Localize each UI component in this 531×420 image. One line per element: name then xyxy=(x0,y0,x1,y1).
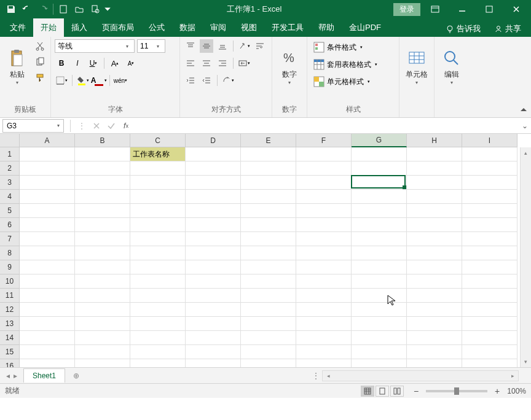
cell[interactable] xyxy=(241,232,296,246)
row-header[interactable]: 1 xyxy=(0,147,20,161)
column-header[interactable]: A xyxy=(20,134,75,147)
cell[interactable] xyxy=(20,345,75,359)
row-header[interactable]: 14 xyxy=(0,331,20,345)
new-icon[interactable] xyxy=(56,2,71,17)
undo-icon[interactable] xyxy=(20,2,34,17)
cell[interactable] xyxy=(296,274,352,289)
save-icon[interactable] xyxy=(4,2,18,17)
cell[interactable] xyxy=(20,331,75,345)
cell[interactable] xyxy=(75,317,130,331)
cell[interactable] xyxy=(407,176,462,190)
wrap-text-icon[interactable] xyxy=(253,39,267,53)
cell[interactable] xyxy=(296,289,352,303)
cell[interactable] xyxy=(296,303,352,317)
cell[interactable] xyxy=(296,246,352,260)
cell[interactable] xyxy=(462,303,517,317)
cell[interactable] xyxy=(407,190,462,204)
cell[interactable] xyxy=(130,218,186,232)
italic-button[interactable]: I xyxy=(71,56,84,70)
align-right-icon[interactable] xyxy=(216,56,229,70)
collapse-ribbon-icon[interactable] xyxy=(519,105,529,115)
maximize-icon[interactable] xyxy=(477,1,502,18)
cell[interactable] xyxy=(186,274,241,289)
zoom-slider[interactable] xyxy=(426,390,487,392)
tab-home[interactable]: 开始 xyxy=(33,18,64,37)
align-top-icon[interactable] xyxy=(184,39,197,53)
row-header[interactable]: 9 xyxy=(0,260,20,274)
number-format-button[interactable]: % 数字 ▾ xyxy=(276,39,303,95)
tab-insert[interactable]: 插入 xyxy=(64,18,95,37)
scroll-up-icon[interactable]: ▴ xyxy=(521,147,531,158)
row-header[interactable]: 3 xyxy=(0,176,20,190)
shrink-font-icon[interactable]: A▾ xyxy=(124,56,138,70)
zoom-out-button[interactable]: − xyxy=(411,386,421,396)
cell[interactable] xyxy=(241,218,296,232)
row-header[interactable]: 15 xyxy=(0,345,20,359)
cell[interactable] xyxy=(75,359,130,367)
normal-view-icon[interactable] xyxy=(361,386,374,397)
zoom-in-button[interactable]: + xyxy=(492,386,502,396)
cell[interactable] xyxy=(296,147,352,161)
cell[interactable] xyxy=(241,260,296,274)
cell[interactable] xyxy=(462,218,517,232)
cell[interactable] xyxy=(296,331,352,345)
font-size-combo[interactable]: 11▾ xyxy=(137,39,165,53)
cell[interactable] xyxy=(75,345,130,359)
cell[interactable] xyxy=(296,204,352,218)
cell[interactable] xyxy=(241,331,296,345)
row-header[interactable]: 10 xyxy=(0,274,20,289)
vertical-scrollbar[interactable]: ▴ ▾ xyxy=(520,147,531,367)
cell[interactable] xyxy=(296,190,352,204)
print-preview-icon[interactable] xyxy=(88,2,103,17)
cell[interactable] xyxy=(186,176,241,190)
cell[interactable] xyxy=(352,190,407,204)
row-header[interactable]: 7 xyxy=(0,232,20,246)
cell[interactable] xyxy=(241,289,296,303)
cut-icon[interactable] xyxy=(33,39,47,53)
page-layout-view-icon[interactable] xyxy=(376,386,389,397)
cell[interactable] xyxy=(186,331,241,345)
cell[interactable] xyxy=(130,345,186,359)
name-box-dropdown-icon[interactable]: ▾ xyxy=(57,123,60,128)
rotate-text-icon[interactable]: ▾ xyxy=(221,74,235,87)
column-header[interactable]: I xyxy=(462,134,517,147)
cell[interactable] xyxy=(241,303,296,317)
cell[interactable] xyxy=(75,190,130,204)
cell[interactable] xyxy=(75,289,130,303)
align-center-icon[interactable] xyxy=(200,56,213,70)
cell[interactable] xyxy=(296,317,352,331)
cell[interactable] xyxy=(296,260,352,274)
column-header[interactable]: D xyxy=(186,134,241,147)
cell[interactable] xyxy=(130,246,186,260)
cell[interactable] xyxy=(407,246,462,260)
column-header[interactable]: F xyxy=(296,134,352,147)
scroll-left-icon[interactable]: ◂ xyxy=(323,371,334,381)
close-icon[interactable] xyxy=(504,1,529,18)
cancel-edit-icon[interactable] xyxy=(89,119,104,133)
increase-indent-icon[interactable] xyxy=(200,74,213,87)
cell[interactable] xyxy=(130,317,186,331)
column-header[interactable]: B xyxy=(75,134,130,147)
cell[interactable] xyxy=(20,289,75,303)
share-button[interactable]: 共享 xyxy=(489,21,526,37)
column-header[interactable]: C xyxy=(130,134,186,147)
cell[interactable] xyxy=(407,303,462,317)
align-left-icon[interactable] xyxy=(184,56,197,70)
cell[interactable] xyxy=(241,204,296,218)
login-button[interactable]: 登录 xyxy=(393,3,420,16)
phonetic-icon[interactable]: wén▾ xyxy=(114,74,127,87)
format-as-table-button[interactable]: 套用表格格式▾ xyxy=(311,56,380,72)
row-header[interactable]: 8 xyxy=(0,246,20,260)
sheet-tab[interactable]: Sheet1 xyxy=(23,368,65,383)
cell[interactable] xyxy=(130,260,186,274)
cell[interactable] xyxy=(462,176,517,190)
cell[interactable]: 工作表名称 xyxy=(130,147,186,161)
orientation-icon[interactable]: ▾ xyxy=(237,39,251,53)
cell[interactable] xyxy=(241,345,296,359)
cell[interactable] xyxy=(186,317,241,331)
row-header[interactable]: 13 xyxy=(0,317,20,331)
cell[interactable] xyxy=(296,176,352,190)
cell[interactable] xyxy=(75,218,130,232)
column-header[interactable]: E xyxy=(241,134,296,147)
cell[interactable] xyxy=(20,161,75,176)
